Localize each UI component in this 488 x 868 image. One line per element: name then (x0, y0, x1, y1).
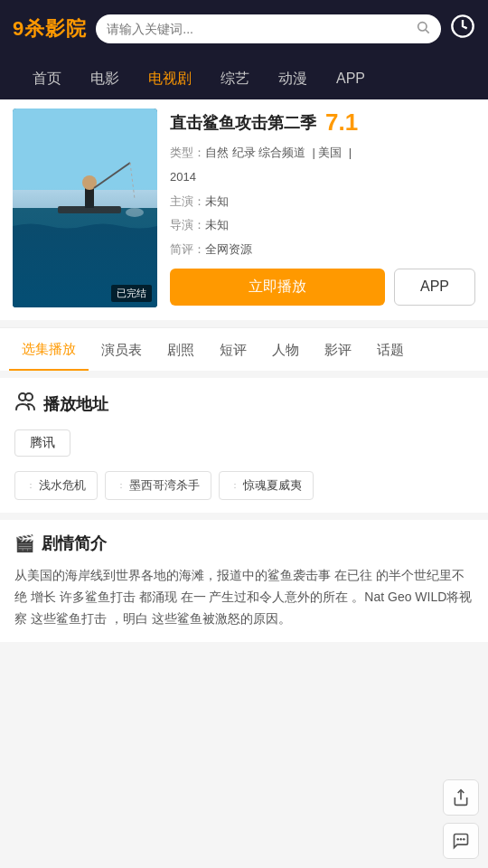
logo: 9杀影院 (13, 15, 87, 42)
title-row: 直击鲨鱼攻击第二季 7.1 (170, 108, 475, 137)
poster-image: 已完结 (13, 108, 157, 307)
nav-item-anime[interactable]: 动漫 (264, 58, 322, 99)
synopsis-section: 🎬 剧情简介 从美国的海岸线到世界各地的海滩，报道中的鲨鱼袭击事 在已往 的半个… (0, 520, 488, 642)
genre-value: 自然 纪录 综合频道 (205, 146, 305, 159)
cast-label: 主演： (170, 194, 205, 208)
svg-point-8 (82, 175, 97, 190)
nav-item-tvshow[interactable]: 电视剧 (134, 58, 206, 99)
logo-text: 杀影院 (24, 17, 87, 40)
ep-dot-2: ： (117, 479, 126, 492)
nav-bar: 首页 电影 电视剧 综艺 动漫 APP (0, 58, 488, 99)
search-input[interactable] (107, 22, 410, 36)
nav-item-home[interactable]: 首页 (18, 58, 76, 99)
ep-label-1: 浅水危机 (39, 477, 86, 494)
tab-topics[interactable]: 话题 (364, 329, 417, 370)
tab-critiques[interactable]: 影评 (312, 329, 364, 370)
svg-rect-4 (13, 190, 157, 208)
synopsis-line: 简评：全网资源 (170, 241, 475, 259)
nav-item-movie[interactable]: 电影 (76, 58, 134, 99)
platform-tag[interactable]: 腾讯 (14, 429, 70, 457)
director-value: 未知 (205, 218, 229, 231)
history-button[interactable] (450, 14, 475, 44)
nav-item-variety[interactable]: 综艺 (206, 58, 264, 99)
tab-episodes[interactable]: 选集播放 (9, 328, 89, 371)
episode-item-2[interactable]: ： 墨西哥湾杀手 (105, 471, 211, 500)
synopsis-label: 简评： (170, 242, 205, 256)
synopsis-section-title: 🎬 剧情简介 (14, 533, 474, 554)
year-line: 2014 (170, 168, 475, 187)
genre-line: 类型：自然 纪录 综合频道 | 美国 | (170, 144, 475, 163)
svg-rect-7 (85, 185, 94, 208)
app-button[interactable]: APP (394, 269, 475, 306)
director-label: 导演： (170, 218, 205, 231)
cast-line: 主演：未知 (170, 193, 475, 212)
director-line: 导演：未知 (170, 216, 475, 235)
synopsis-short: 全网资源 (205, 242, 252, 256)
year-value: 2014 (170, 170, 196, 184)
info-area: 直击鲨鱼攻击第二季 7.1 类型：自然 纪录 综合频道 | 美国 | 2014 … (170, 108, 475, 307)
cast-value: 未知 (205, 194, 229, 208)
country-value: 美国 (318, 146, 342, 159)
top-bar: 9杀影院 (0, 0, 488, 58)
ep-dot-3: ： (230, 479, 239, 492)
tabs-bar: 选集播放 演员表 剧照 短评 人物 影评 话题 (0, 327, 488, 371)
poster-wrap: 已完结 (13, 108, 157, 307)
movie-title: 直击鲨鱼攻击第二季 (170, 112, 316, 134)
section-title-playback: 播放地址 (14, 391, 474, 417)
action-buttons: 立即播放 APP (170, 269, 475, 306)
ep-label-2: 墨西哥湾杀手 (129, 477, 200, 494)
episode-item-1[interactable]: ： 浅水危机 (14, 471, 98, 500)
synopsis-icon: 🎬 (14, 533, 34, 553)
svg-point-11 (126, 208, 144, 217)
episode-item-3[interactable]: ： 惊魂夏威夷 (219, 471, 314, 500)
synopsis-title: 剧情简介 (42, 533, 107, 554)
logo-number: 9 (13, 17, 24, 40)
search-box[interactable] (96, 14, 441, 43)
completed-badge: 已完结 (111, 285, 152, 302)
rating: 7.1 (325, 108, 358, 137)
search-icon (416, 20, 430, 38)
content-header: 已完结 直击鲨鱼攻击第二季 7.1 类型：自然 纪录 综合频道 | 美国 | 2… (0, 99, 488, 320)
nav-item-app[interactable]: APP (322, 58, 380, 99)
play-button[interactable]: 立即播放 (170, 269, 385, 306)
playback-icon (14, 391, 36, 417)
synopsis-text: 从美国的海岸线到世界各地的海滩，报道中的鲨鱼袭击事 在已往 的半个世纪里不绝 增… (14, 565, 474, 629)
genre-label: 类型： (170, 146, 205, 159)
svg-line-1 (426, 30, 429, 33)
playback-title: 播放地址 (43, 393, 108, 415)
ep-dot-1: ： (26, 479, 35, 492)
playback-section: 播放地址 腾讯 ： 浅水危机 ： 墨西哥湾杀手 ： 惊魂夏威夷 (0, 378, 488, 513)
svg-rect-6 (58, 206, 121, 213)
svg-point-13 (25, 393, 33, 401)
tab-cast[interactable]: 演员表 (89, 329, 155, 370)
ep-label-3: 惊魂夏威夷 (243, 477, 302, 494)
episode-list: ： 浅水危机 ： 墨西哥湾杀手 ： 惊魂夏威夷 (14, 471, 474, 500)
tab-people[interactable]: 人物 (259, 329, 312, 370)
tab-stills[interactable]: 剧照 (155, 329, 207, 370)
svg-point-0 (418, 23, 427, 31)
tab-reviews[interactable]: 短评 (207, 329, 259, 370)
